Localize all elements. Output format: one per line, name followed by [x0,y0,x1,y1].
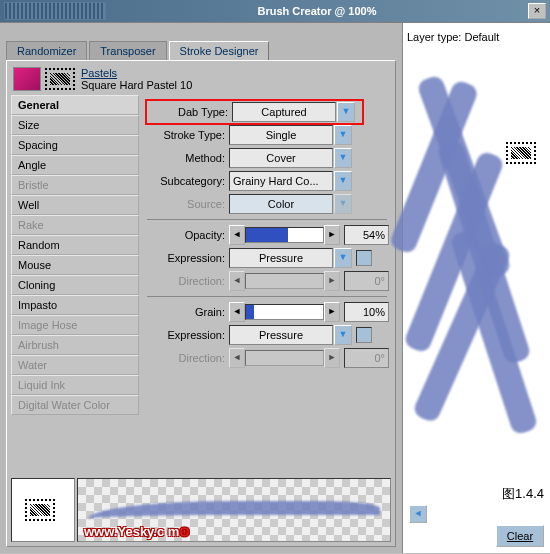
stamp-preview-icon [25,499,55,521]
slider-right-icon[interactable]: ► [324,302,340,322]
method-dropdown-icon[interactable]: ▼ [334,148,352,168]
cat-rake: Rake [11,215,139,235]
expression2-field[interactable]: Pressure [229,325,333,345]
tab-stroke-designer[interactable]: Stroke Designer [169,41,270,60]
pastel-icon[interactable] [13,67,41,91]
expression2-label: Expression: [145,329,229,341]
slider-right-icon[interactable]: ► [324,225,340,245]
cat-cloning[interactable]: Cloning [11,275,139,295]
dab-type-field[interactable]: Captured [232,102,336,122]
stroke-type-dropdown-icon[interactable]: ▼ [334,125,352,145]
cat-bristle: Bristle [11,175,139,195]
brush-canvas[interactable] [411,67,542,493]
layer-type-label: Layer type: [407,31,461,43]
dab-type-highlight: Dab Type: Captured ▼ [145,99,364,125]
category-list: General Size Spacing Angle Bristle Well … [11,95,139,474]
titlebar-grip[interactable] [4,2,106,20]
source-field: Color [229,194,333,214]
cat-water: Water [11,355,139,375]
expression2-dropdown-icon[interactable]: ▼ [334,325,352,345]
expression-dropdown-icon[interactable]: ▼ [334,248,352,268]
method-field[interactable]: Cover [229,148,333,168]
expression-toggle[interactable] [356,250,372,266]
clear-button[interactable]: Clear [496,525,544,547]
cat-random[interactable]: Random [11,235,139,255]
close-icon[interactable]: × [528,3,546,19]
stroke-type-field[interactable]: Single [229,125,333,145]
direction-value: 0° [344,271,389,291]
stamp-preview [11,478,75,542]
expression-label: Expression: [145,252,229,264]
direction2-label: Direction: [145,352,229,364]
brush-header: Pastels Square Hard Pastel 10 [11,65,391,93]
opacity-slider[interactable]: ◄ ► [229,226,340,244]
dab-type-label: Dab Type: [148,106,232,118]
cat-spacing[interactable]: Spacing [11,135,139,155]
source-label: Source: [145,198,229,210]
cat-mouse[interactable]: Mouse [11,255,139,275]
brush-name: Square Hard Pastel 10 [81,79,192,91]
brush-category-link[interactable]: Pastels [81,67,192,79]
dab-type-dropdown-icon[interactable]: ▼ [337,102,355,122]
stroke-preview: www.Yesky.c m⊙ [77,478,391,542]
slider-left-icon[interactable]: ◄ [229,225,245,245]
cat-size[interactable]: Size [11,115,139,135]
opacity-value[interactable]: 54% [344,225,389,245]
window-title: Brush Creator @ 100% [106,5,528,17]
scroll-left-icon[interactable]: ◄ [409,505,427,523]
grain-value[interactable]: 10% [344,302,389,322]
opacity-label: Opacity: [145,229,229,241]
subcat-label: Subcategory: [145,175,229,187]
grain-slider[interactable]: ◄ ► [229,303,340,321]
expression-field[interactable]: Pressure [229,248,333,268]
cat-angle[interactable]: Angle [11,155,139,175]
grain-label: Grain: [145,306,229,318]
direction-label: Direction: [145,275,229,287]
source-dropdown-icon: ▼ [334,194,352,214]
direction2-slider: ◄► [229,349,340,367]
cat-general[interactable]: General [11,95,139,115]
subcat-field[interactable]: Grainy Hard Co... [229,171,333,191]
subcat-dropdown-icon[interactable]: ▼ [334,171,352,191]
watermark: www.Yesky.c m⊙ [84,524,190,539]
method-label: Method: [145,152,229,164]
cat-airbrush: Airbrush [11,335,139,355]
cat-well[interactable]: Well [11,195,139,215]
canvas-stamp-icon [506,142,536,164]
stroke-type-label: Stroke Type: [145,129,229,141]
slider-left-icon[interactable]: ◄ [229,302,245,322]
layer-type-value: Default [464,31,499,43]
tab-transposer[interactable]: Transposer [89,41,166,60]
brush-stamp-icon[interactable] [45,68,75,90]
expression2-toggle[interactable] [356,327,372,343]
layer-type: Layer type: Default [407,31,546,43]
direction2-value: 0° [344,348,389,368]
cat-dwc: Digital Water Color [11,395,139,415]
titlebar: Brush Creator @ 100% × [0,0,550,22]
cat-impasto[interactable]: Impasto [11,295,139,315]
cat-imagehose: Image Hose [11,315,139,335]
cat-liquidink: Liquid Ink [11,375,139,395]
tab-randomizer[interactable]: Randomizer [6,41,87,60]
direction-slider: ◄► [229,272,340,290]
figure-label: 图1.4.4 [502,485,544,503]
